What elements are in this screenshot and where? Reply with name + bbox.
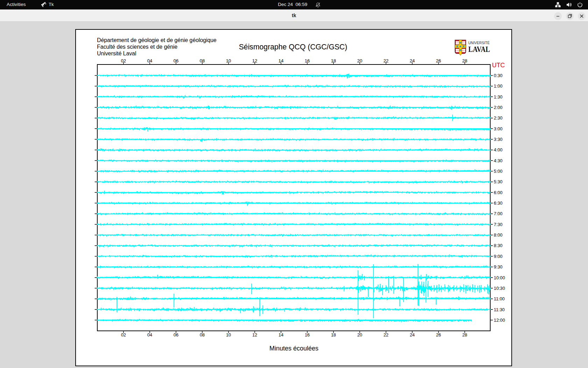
svg-text:12: 12 [252, 332, 257, 338]
svg-text:0:30: 0:30 [494, 73, 503, 78]
svg-text:2:30: 2:30 [494, 115, 503, 121]
svg-text:14: 14 [279, 332, 284, 338]
svg-text:5:00: 5:00 [494, 169, 503, 174]
svg-text:10:30: 10:30 [494, 286, 505, 291]
svg-text:28: 28 [462, 332, 467, 338]
svg-text:LAVAL: LAVAL [468, 45, 490, 54]
svg-text:02: 02 [121, 332, 126, 338]
svg-text:24: 24 [410, 58, 415, 63]
svg-text:UTC: UTC [492, 62, 505, 69]
svg-text:11:00: 11:00 [494, 296, 505, 301]
svg-text:10: 10 [226, 332, 231, 338]
svg-text:9:00: 9:00 [494, 254, 503, 259]
svg-text:26: 26 [436, 332, 441, 338]
svg-text:20: 20 [357, 332, 362, 338]
svg-text:08: 08 [200, 58, 205, 63]
svg-text:3:00: 3:00 [494, 126, 503, 131]
svg-text:Minutes écoulées: Minutes écoulées [270, 345, 318, 352]
svg-text:16: 16 [304, 58, 310, 63]
svg-text:Université Laval: Université Laval [97, 50, 136, 56]
svg-text:4:30: 4:30 [494, 158, 503, 163]
svg-text:Département de géologie et de: Département de géologie et de génie géol… [97, 37, 217, 43]
svg-text:8:30: 8:30 [494, 243, 503, 248]
svg-text:28: 28 [462, 58, 467, 63]
svg-text:14: 14 [278, 58, 284, 63]
svg-text:Faculté des sciences et de gén: Faculté des sciences et de génie [97, 44, 177, 50]
svg-text:22: 22 [384, 332, 388, 338]
svg-text:4:00: 4:00 [494, 147, 503, 152]
svg-text:1:30: 1:30 [494, 94, 503, 100]
svg-text:UNIVERSITÉ: UNIVERSITÉ [468, 41, 490, 45]
svg-text:26: 26 [436, 58, 441, 63]
svg-text:04: 04 [147, 332, 152, 338]
svg-text:2:00: 2:00 [494, 105, 503, 110]
svg-text:3:30: 3:30 [494, 137, 503, 142]
svg-text:12: 12 [252, 58, 257, 63]
svg-text:06: 06 [173, 58, 178, 63]
svg-text:7:30: 7:30 [494, 222, 503, 227]
svg-text:06: 06 [174, 332, 178, 338]
svg-text:Séismographe QCQ (CGC/GSC): Séismographe QCQ (CGC/GSC) [239, 43, 347, 51]
svg-text:6:30: 6:30 [494, 200, 503, 206]
svg-text:20: 20 [357, 58, 362, 63]
svg-text:12:00: 12:00 [494, 318, 505, 323]
svg-text:16: 16 [305, 332, 310, 338]
svg-text:18: 18 [331, 332, 336, 338]
svg-text:6:00: 6:00 [494, 190, 503, 195]
svg-text:24: 24 [410, 332, 415, 338]
svg-text:1:00: 1:00 [494, 83, 503, 89]
svg-text:9:30: 9:30 [494, 264, 503, 270]
svg-text:11:30: 11:30 [494, 307, 505, 312]
svg-text:7:00: 7:00 [494, 211, 503, 216]
svg-text:10:00: 10:00 [494, 275, 505, 280]
svg-text:02: 02 [121, 58, 126, 63]
svg-text:18: 18 [331, 58, 336, 63]
svg-text:22: 22 [383, 58, 388, 63]
svg-text:04: 04 [147, 58, 152, 63]
svg-text:10: 10 [226, 58, 231, 63]
svg-text:8:00: 8:00 [494, 232, 503, 238]
svg-text:08: 08 [200, 332, 205, 338]
svg-text:5:30: 5:30 [494, 179, 503, 184]
